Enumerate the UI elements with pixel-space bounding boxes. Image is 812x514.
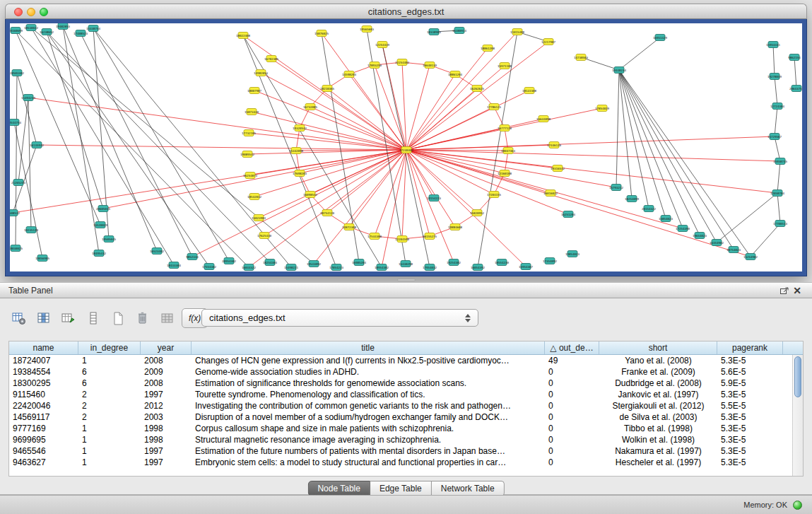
cell-out_degree[interactable]: 0	[545, 401, 599, 411]
graph-node[interactable]: 15520029	[93, 222, 108, 228]
import-table-icon[interactable]	[157, 308, 178, 328]
cell-out_degree[interactable]: 49	[545, 356, 599, 366]
cell-title[interactable]: Estimation of the future numbers of pati…	[192, 446, 545, 456]
graph-node[interactable]: 15954307	[519, 264, 534, 270]
cell-in_degree[interactable]: 1	[78, 435, 141, 445]
graph-node[interactable]: 15958745	[773, 158, 788, 165]
table-row[interactable]: 1872400712008Changes of HCN gene express…	[9, 355, 803, 366]
graph-node[interactable]: 15644098	[536, 116, 551, 122]
graph-node[interactable]: 12724304	[770, 103, 785, 110]
new-file-icon[interactable]	[107, 308, 129, 328]
cell-out_degree[interactable]: 0	[545, 378, 599, 388]
graph-node[interactable]: 9862154	[788, 54, 801, 61]
table-row[interactable]: 2242004622012Investigating the contribut…	[9, 400, 803, 411]
graph-node[interactable]: 18954302	[375, 264, 389, 271]
graph-node[interactable]: 20503302	[10, 70, 25, 76]
graph-node[interactable]: 18122308	[522, 88, 537, 94]
cell-out_degree[interactable]: 0	[545, 412, 599, 422]
graph-node[interactable]: 18861204	[448, 71, 463, 78]
tab-edge-table[interactable]: Edge Table	[370, 481, 432, 496]
cell-pagerank[interactable]: 5.3E-5	[717, 435, 783, 445]
cell-short[interactable]: Hescheler et al. (1997)	[599, 457, 717, 467]
column-header-in_degree[interactable]: in_degree	[78, 341, 141, 354]
graph-node[interactable]: 10235120	[24, 227, 39, 233]
graph-node[interactable]: 15498221	[284, 264, 299, 271]
cell-name[interactable]: 14569117	[9, 412, 78, 422]
minimize-button[interactable]	[27, 8, 35, 16]
window-titlebar[interactable]: citations_edges.txt	[5, 4, 807, 19]
graph-node[interactable]: 19854023	[565, 251, 580, 257]
graph-node[interactable]: 17954032	[423, 264, 437, 271]
cell-short[interactable]: Nakamura et al. (1997)	[599, 446, 717, 456]
column-header-out_degree[interactable]: △ out_de…	[545, 341, 599, 354]
cell-pagerank[interactable]: 5.3E-5	[717, 446, 783, 456]
graph-node[interactable]: 18022408	[236, 33, 251, 39]
graph-node[interactable]: 21265243	[11, 180, 26, 186]
cell-title[interactable]: Embryonic stem cells: a model to study s…	[192, 457, 545, 467]
graph-node[interactable]: 17698203	[293, 170, 307, 177]
graph-node[interactable]: 16044322	[242, 264, 257, 271]
cell-title[interactable]: Estimation of significance thresholds fo…	[192, 378, 545, 388]
graph-node[interactable]: 19089542	[240, 151, 255, 158]
cell-year[interactable]: 2008	[141, 378, 192, 388]
graph-node[interactable]: 20643754	[789, 86, 802, 92]
graph-node[interactable]: 20954302	[222, 258, 237, 264]
graph-node[interactable]: 15338754	[86, 25, 101, 32]
cell-pagerank[interactable]: 5.3E-5	[717, 390, 783, 399]
column-header-title[interactable]: title	[192, 341, 545, 354]
graph-node[interactable]: 15971108	[498, 63, 512, 69]
graph-node[interactable]: 11015488	[510, 29, 525, 35]
graph-node[interactable]: 12204590	[395, 236, 410, 243]
cell-pagerank[interactable]: 5.3E-5	[717, 356, 783, 366]
cell-in_degree[interactable]: 6	[78, 367, 141, 377]
graph-node[interactable]: 18861208	[481, 45, 495, 52]
graph-node[interactable]: 16793212	[609, 185, 624, 191]
cell-year[interactable]: 2012	[141, 401, 192, 411]
graph-node[interactable]: 15954441	[766, 42, 781, 48]
graph-node[interactable]: 19543092	[307, 261, 322, 267]
graph-node[interactable]: 16380914	[452, 28, 467, 34]
graph-node[interactable]: 17254390	[676, 226, 690, 232]
graph-node[interactable]: 16254873	[243, 173, 258, 179]
graph-node[interactable]: 14982053	[254, 70, 269, 76]
table-row[interactable]: 1830029562008Estimation of significance …	[9, 378, 803, 389]
graph-node[interactable]: 18254099	[625, 196, 640, 202]
cell-name[interactable]: 9699695	[9, 435, 78, 445]
graph-node[interactable]: 15494239	[21, 95, 36, 101]
cell-in_degree[interactable]: 1	[78, 356, 141, 366]
column-header-pagerank[interactable]: pagerank	[717, 341, 783, 354]
cell-name[interactable]: 22420046	[9, 401, 78, 411]
graph-node[interactable]: 16016022	[543, 190, 558, 197]
tab-network-table[interactable]: Network Table	[432, 481, 505, 496]
graph-node[interactable]: 17700513	[773, 221, 788, 227]
cell-short[interactable]: Jankovic et al. (1997)	[599, 390, 717, 399]
graph-node[interactable]: 12058704	[770, 190, 785, 197]
graph-node[interactable]: 19482853	[56, 23, 71, 30]
cell-title[interactable]: Investigating the contribution of common…	[192, 401, 545, 411]
cell-in_degree[interactable]: 1	[78, 446, 141, 456]
graph-node[interactable]: 18544754	[10, 119, 22, 126]
graph-node[interactable]: 17054223	[329, 264, 344, 271]
graph-node[interactable]: 22254402	[395, 59, 410, 66]
table-scrollbar-thumb[interactable]	[794, 356, 801, 397]
graph-node[interactable]: 17554302	[202, 264, 217, 270]
graph-node[interactable]: 18433304	[167, 262, 182, 269]
graph-node[interactable]: 18030025	[10, 245, 23, 252]
graph-node[interactable]: 16354902	[710, 240, 724, 246]
zoom-button[interactable]	[40, 8, 48, 16]
delete-column-icon[interactable]	[132, 308, 153, 328]
graph-node[interactable]: 17854029	[595, 105, 610, 112]
graph-node[interactable]: 19056905	[35, 255, 50, 262]
graph-node[interactable]: 17446120	[547, 142, 562, 148]
column-header-year[interactable]: year	[141, 341, 192, 354]
graph-node[interactable]: 16251204	[561, 211, 576, 218]
cell-year[interactable]: 1997	[141, 390, 192, 399]
tab-node-table[interactable]: Node Table	[307, 481, 370, 496]
graph-node[interactable]: 14729567	[767, 134, 782, 140]
graph-node[interactable]: 12160108	[498, 170, 512, 177]
cell-pagerank[interactable]: 5.9E-5	[717, 378, 783, 388]
graph-node[interactable]: 18338904	[427, 29, 442, 35]
cell-out_degree[interactable]: 0	[545, 367, 599, 377]
graph-node[interactable]: 17732105	[242, 130, 257, 136]
float-panel-icon[interactable]	[778, 285, 791, 296]
